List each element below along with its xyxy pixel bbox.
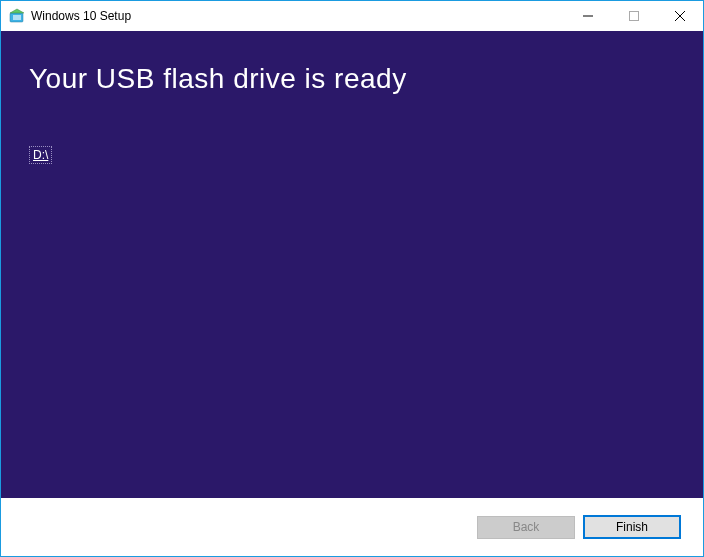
minimize-button[interactable] [565, 1, 611, 31]
app-icon [9, 8, 25, 24]
maximize-button [611, 1, 657, 31]
drive-link[interactable]: D:\ [29, 146, 52, 164]
content-area: Your USB flash drive is ready D:\ [1, 31, 703, 498]
footer: Back Finish [1, 498, 703, 556]
finish-button[interactable]: Finish [583, 515, 681, 539]
svg-rect-1 [13, 15, 21, 20]
back-button: Back [477, 516, 575, 539]
titlebar: Windows 10 Setup [1, 1, 703, 31]
page-heading: Your USB flash drive is ready [29, 63, 675, 95]
setup-window: Windows 10 Setup Your USB flash drive is… [0, 0, 704, 557]
svg-rect-3 [630, 12, 639, 21]
window-title: Windows 10 Setup [31, 9, 565, 23]
window-controls [565, 1, 703, 31]
close-button[interactable] [657, 1, 703, 31]
